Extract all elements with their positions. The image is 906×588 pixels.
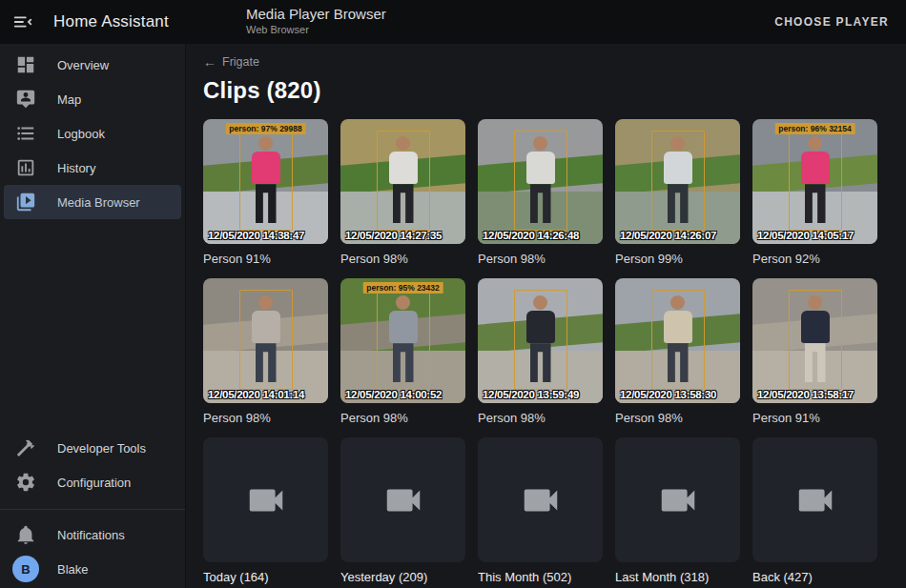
- camera-snapshot: person: 96% 32154 12/05/2020 14:05:17: [752, 119, 877, 244]
- app-title: Home Assistant: [53, 12, 169, 31]
- sidebar-item-notifications[interactable]: Notifications: [4, 517, 181, 552]
- camera-snapshot: 12/05/2020 13:59:49: [478, 278, 603, 403]
- detection-bbox: [789, 131, 842, 231]
- camera-snapshot: 12/05/2020 14:26:48: [478, 119, 603, 244]
- camera-snapshot: 12/05/2020 13:58:17: [752, 278, 877, 403]
- clip-caption: Person 91%: [752, 410, 877, 426]
- media-folder-yesterday[interactable]: Yesterday (209): [340, 437, 465, 585]
- video-icon: [244, 478, 288, 522]
- camera-snapshot: 12/05/2020 14:26:07: [615, 119, 740, 244]
- folder-label: Last Month (318): [615, 569, 740, 585]
- timestamp-overlay: 12/05/2020 13:58:17: [757, 389, 875, 400]
- detection-bbox: [514, 290, 567, 390]
- media-browser-content: ← Frigate Clips (820) person: 97% 29988 …: [187, 44, 906, 588]
- folder-thumbnail: [340, 437, 465, 562]
- folder-label: Today (164): [203, 569, 328, 585]
- sidebar: Overview Map Logbook History Media Brows…: [0, 44, 186, 588]
- camera-snapshot: person: 97% 29988 12/05/2020 14:38:47: [203, 119, 328, 244]
- sidebar-item-label: Media Browser: [57, 195, 140, 210]
- folder-label: Back (427): [752, 569, 877, 585]
- timestamp-overlay: 12/05/2020 14:01:14: [208, 389, 326, 400]
- sidebar-item-label: History: [57, 161, 95, 175]
- breadcrumb-label: Frigate: [222, 55, 259, 69]
- timestamp-overlay: 12/05/2020 13:58:30: [620, 389, 738, 400]
- camera-snapshot: 12/05/2020 13:58:30: [615, 278, 740, 403]
- clip-thumbnail: 12/05/2020 14:27:35: [340, 119, 465, 244]
- sidebar-item-label: Map: [57, 92, 81, 107]
- format-list-bulleted-icon: [15, 123, 36, 144]
- sidebar-item-map[interactable]: Map: [4, 82, 181, 116]
- view-dashboard-icon: [15, 54, 36, 75]
- clip-card[interactable]: 12/05/2020 13:58:30 Person 98%: [615, 278, 740, 426]
- clips-grid: person: 97% 29988 12/05/2020 14:38:47 Pe…: [203, 119, 906, 585]
- clip-thumbnail: person: 95% 23432 12/05/2020 14:00:52: [340, 278, 465, 403]
- clip-card[interactable]: 12/05/2020 13:59:49 Person 98%: [478, 278, 603, 426]
- detection-bbox: [651, 131, 705, 231]
- sidebar-spacer: [0, 219, 185, 431]
- clip-thumbnail: 12/05/2020 13:58:17: [752, 278, 877, 403]
- sidebar-item-overview[interactable]: Overview: [4, 48, 181, 82]
- sidebar-item-history[interactable]: History: [4, 151, 181, 185]
- clip-caption: Person 98%: [340, 410, 465, 426]
- user-avatar: B: [12, 556, 39, 582]
- media-folder-last-month[interactable]: Last Month (318): [615, 437, 740, 585]
- clip-caption: Person 98%: [478, 251, 603, 267]
- clip-card[interactable]: 12/05/2020 14:26:07 Person 99%: [615, 119, 740, 267]
- clip-card[interactable]: 12/05/2020 14:01:14 Person 98%: [203, 278, 328, 426]
- sidebar-item-label: Overview: [57, 58, 109, 72]
- clip-thumbnail: 12/05/2020 14:26:48: [478, 119, 603, 244]
- timestamp-overlay: 12/05/2020 14:26:07: [620, 230, 738, 241]
- clip-caption: Person 98%: [340, 251, 465, 267]
- sidebar-item-developer-tools[interactable]: Developer Tools: [4, 431, 181, 465]
- timestamp-overlay: 12/05/2020 14:38:47: [208, 230, 326, 241]
- media-player-title: Media Player Browser: [246, 6, 386, 22]
- breadcrumb-back-frigate[interactable]: ← Frigate: [203, 55, 259, 69]
- clip-thumbnail: person: 96% 32154 12/05/2020 14:05:17: [752, 119, 877, 244]
- sidebar-item-configuration[interactable]: Configuration: [4, 465, 181, 499]
- folder-thumbnail: [203, 437, 328, 562]
- camera-snapshot: person: 95% 23432 12/05/2020 14:00:52: [340, 278, 465, 403]
- bell-icon: [15, 524, 36, 545]
- detection-bbox: [239, 290, 293, 390]
- clip-thumbnail: person: 97% 29988 12/05/2020 14:38:47: [203, 119, 328, 244]
- folder-thumbnail: [478, 437, 603, 562]
- clip-caption: Person 92%: [752, 251, 877, 267]
- folder-label: This Month (502): [478, 569, 603, 585]
- sidebar-item-logbook[interactable]: Logbook: [4, 116, 181, 151]
- folder-label: Yesterday (209): [340, 569, 465, 585]
- app-header: Home Assistant Media Player Browser Web …: [0, 0, 906, 44]
- video-icon: [519, 478, 563, 522]
- clip-card[interactable]: 12/05/2020 14:26:48 Person 98%: [478, 119, 603, 267]
- media-folder-today[interactable]: Today (164): [203, 437, 328, 585]
- sidebar-item-media-browser[interactable]: Media Browser: [4, 185, 181, 219]
- timestamp-overlay: 12/05/2020 14:05:17: [757, 230, 875, 241]
- clip-thumbnail: 12/05/2020 13:58:30: [615, 278, 740, 403]
- detection-label: person: 95% 23432: [362, 282, 443, 294]
- sidebar-item-label: Notifications: [57, 528, 125, 542]
- clip-card[interactable]: person: 96% 32154 12/05/2020 14:05:17 Pe…: [752, 119, 877, 267]
- sidebar-item-label: Developer Tools: [57, 441, 146, 456]
- hammer-icon: [15, 437, 36, 458]
- detection-bbox: [377, 290, 430, 390]
- clip-thumbnail: 12/05/2020 14:26:07: [615, 119, 740, 244]
- media-folder-this-month[interactable]: This Month (502): [478, 437, 603, 585]
- detection-bbox: [239, 131, 293, 231]
- choose-player-button[interactable]: CHOOSE PLAYER: [774, 15, 889, 29]
- camera-snapshot: 12/05/2020 14:01:14: [203, 278, 328, 403]
- timestamp-overlay: 12/05/2020 14:27:35: [345, 230, 463, 241]
- clip-card[interactable]: person: 95% 23432 12/05/2020 14:00:52 Pe…: [340, 278, 465, 426]
- sidebar-toggle-button[interactable]: [0, 0, 46, 44]
- back-arrow-icon: ←: [203, 55, 216, 69]
- sidebar-item-profile[interactable]: B Blake: [4, 552, 181, 586]
- tooltip-account-icon: [15, 89, 36, 110]
- clip-card[interactable]: 12/05/2020 14:27:35 Person 98%: [340, 119, 465, 267]
- clip-caption: Person 99%: [615, 251, 740, 267]
- sidebar-divider: [0, 509, 185, 510]
- media-folder-back[interactable]: Back (427): [752, 437, 877, 585]
- sidebar-item-label: Blake: [57, 562, 89, 577]
- clip-caption: Person 91%: [203, 251, 328, 267]
- detection-label: person: 96% 32154: [774, 123, 855, 134]
- clip-card[interactable]: person: 97% 29988 12/05/2020 14:38:47 Pe…: [203, 119, 328, 267]
- clip-thumbnail: 12/05/2020 14:01:14: [203, 278, 328, 403]
- clip-card[interactable]: 12/05/2020 13:58:17 Person 91%: [752, 278, 877, 426]
